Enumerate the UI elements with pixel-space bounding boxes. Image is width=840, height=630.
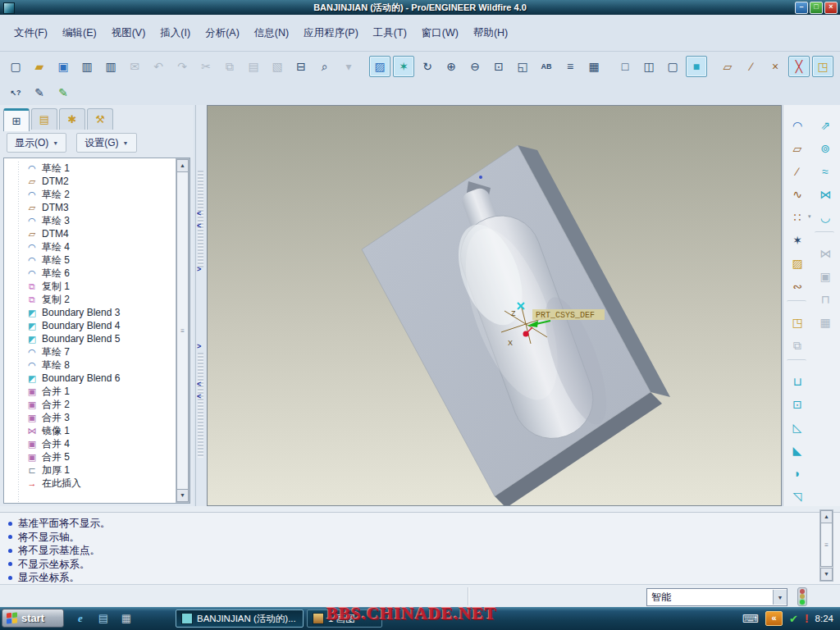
tree-item[interactable]: ◠ 草绘 5 (4, 253, 176, 267)
tree-item[interactable]: ▱ DTM2 (4, 175, 176, 188)
chevron-down-icon[interactable]: ▼ (773, 590, 787, 605)
scroll-down-button[interactable]: ▼ (176, 489, 189, 502)
tree-item[interactable]: ▱ DTM4 (4, 227, 176, 240)
curve-tool-button[interactable]: ∿ (787, 184, 808, 205)
layers-button[interactable]: ≡ (559, 56, 581, 77)
scrollbar-thumb[interactable]: ≡ (176, 171, 189, 490)
collapse-left-icon[interactable]: < (197, 210, 201, 217)
tree-item[interactable]: ◠ 草绘 7 (4, 345, 176, 358)
task-button-paint[interactable]: 1 画图 (307, 609, 382, 628)
tree-item[interactable]: ▱ DTM3 (4, 201, 176, 214)
named-views-button[interactable]: AB (536, 56, 557, 77)
annotation-feature-button[interactable]: ◳ (787, 312, 808, 333)
chamfer-tool-button[interactable]: ◣ (787, 440, 808, 461)
tree-item[interactable]: ◠ 草绘 8 (4, 358, 176, 372)
point-display-button[interactable]: × (765, 56, 786, 77)
collapse-left-icon[interactable]: < (197, 381, 201, 387)
menu-insert[interactable]: 插入(I) (153, 24, 198, 43)
expand-right-icon[interactable]: > (197, 343, 201, 349)
keyboard-tray-icon[interactable]: ⌨ (742, 610, 759, 627)
menu-file[interactable]: 文件(F) (7, 24, 55, 43)
history-tab[interactable]: ⚒ (87, 108, 113, 130)
plane-display-button[interactable]: ▱ (717, 56, 738, 77)
menu-applications[interactable]: 应用程序(P) (296, 24, 366, 43)
orient-mode-button[interactable]: ↻ (417, 56, 438, 77)
round-tool-button[interactable]: ◗ (787, 463, 808, 484)
splitter-sash[interactable] (198, 353, 203, 458)
copy-geometry-button[interactable]: ∾ (787, 276, 808, 297)
saved-views-button[interactable]: ◱ (512, 56, 533, 77)
menu-window[interactable]: 窗口(W) (414, 24, 466, 43)
panel-splitter[interactable]: < < > > < < (195, 105, 208, 506)
open-button[interactable]: ▰ (29, 56, 50, 77)
collapse-left-icon[interactable]: < (197, 222, 201, 229)
message-scrollbar[interactable]: ▲ ≡ ▼ (819, 509, 833, 582)
tree-item[interactable]: ▣ 合并 4 (4, 437, 176, 450)
csys-tool-button[interactable]: ✶ (787, 230, 808, 251)
selection-filter-dropdown[interactable]: 智能 ▼ (646, 588, 788, 606)
restore-button[interactable]: □ (810, 2, 823, 14)
scrollbar-thumb[interactable]: ≡ (820, 523, 833, 567)
refit-button[interactable]: ⊡ (488, 56, 509, 77)
hidden-line-button[interactable]: ◫ (638, 56, 660, 77)
tree-item[interactable]: ◩ Boundary Blend 6 (4, 372, 176, 385)
expand-right-icon[interactable]: > (197, 266, 201, 272)
tree-item[interactable]: ◠ 草绘 4 (4, 240, 176, 253)
3d-viewport[interactable]: Z X PRT_CSYS_DEF (207, 105, 782, 506)
datum-plane-tool-button[interactable]: ▱ (787, 138, 808, 159)
datum-point-tool-button[interactable]: ∷ (787, 207, 808, 228)
menu-view[interactable]: 视图(V) (104, 24, 153, 43)
sketch-tool-button[interactable]: ◠ (787, 115, 808, 136)
tree-item[interactable]: → 在此插入 (4, 477, 176, 490)
tree-item[interactable]: ▣ 合并 1 (4, 385, 176, 398)
close-button[interactable]: × (824, 2, 838, 14)
collapse-left-icon[interactable]: < (197, 393, 201, 399)
tree-item[interactable]: ◠ 草绘 1 (4, 162, 176, 175)
model-tree-tab[interactable]: ⊞ (3, 108, 30, 131)
zoom-out-button[interactable]: ⊖ (464, 56, 486, 77)
model-banjinjian[interactable]: Z X PRT_CSYS_DEF (362, 145, 670, 505)
datum-point-caret-icon[interactable]: ▾ (808, 213, 811, 220)
tree-item[interactable]: ⧉ 复制 1 (4, 280, 176, 293)
status-tray-icon[interactable]: ✔ (789, 613, 798, 625)
quicklaunch-device-icon[interactable]: ▦ (121, 612, 131, 624)
menu-analysis[interactable]: 分析(A) (198, 24, 247, 43)
annotation-display-button[interactable]: ◳ (812, 56, 833, 77)
annotate-document-button[interactable]: ✎ (29, 82, 50, 103)
minimize-button[interactable]: – (795, 2, 808, 14)
menu-edit[interactable]: 编辑(E) (55, 24, 104, 43)
traffic-light-icon[interactable] (797, 587, 807, 606)
save-button[interactable]: ▣ (52, 56, 74, 77)
tree-item[interactable]: ◩ Boundary Blend 3 (4, 306, 176, 319)
tree-item[interactable]: ▣ 合并 5 (4, 450, 176, 463)
tree-item[interactable]: ◩ Boundary Blend 4 (4, 319, 176, 332)
axis-display-button[interactable]: ∕ (741, 56, 762, 77)
tree-item[interactable]: ◠ 草绘 6 (4, 267, 176, 280)
print-object-button[interactable]: ▥ (100, 56, 121, 77)
tree-item[interactable]: ⊏ 加厚 1 (4, 463, 176, 477)
print-button[interactable]: ▥ (76, 56, 98, 77)
tree-item[interactable]: ◠ 草绘 2 (4, 188, 176, 201)
menu-tools[interactable]: 工具(T) (366, 24, 414, 43)
scroll-up-button[interactable]: ▲ (176, 159, 189, 172)
boundary-blend-tool-button[interactable]: ◡ (815, 207, 836, 228)
tree-item[interactable]: ⧉ 复制 2 (4, 293, 176, 306)
menu-help[interactable]: 帮助(H) (466, 24, 515, 43)
extrude-tool-button[interactable]: ⇗ (815, 115, 836, 136)
start-button[interactable]: start (2, 609, 64, 628)
view-manager-button[interactable]: ▦ (583, 56, 605, 77)
tree-item[interactable]: ⋈ 镜像 1 (4, 424, 176, 437)
spin-center-button[interactable]: ✶ (393, 56, 414, 77)
language-tray-icon[interactable]: « (765, 611, 783, 626)
sweep-tool-button[interactable]: ≈ (815, 161, 836, 182)
sketched-datum-button[interactable]: ▨ (787, 253, 808, 274)
tree-item[interactable]: ▣ 合并 3 (4, 411, 176, 424)
tree-scrollbar[interactable]: ▲ ≡ ▼ (176, 158, 189, 503)
tree-item[interactable]: ◠ 草绘 3 (4, 214, 176, 227)
settings-dropdown-button[interactable]: 设置(G) ▼ (76, 133, 136, 153)
scroll-up-button[interactable]: ▲ (820, 510, 833, 523)
wireframe-button[interactable]: □ (614, 56, 636, 77)
quicklaunch-browser-icon[interactable]: e (78, 612, 83, 625)
alert-tray-icon[interactable]: ! (805, 612, 809, 625)
splitter-sash[interactable] (198, 171, 203, 267)
